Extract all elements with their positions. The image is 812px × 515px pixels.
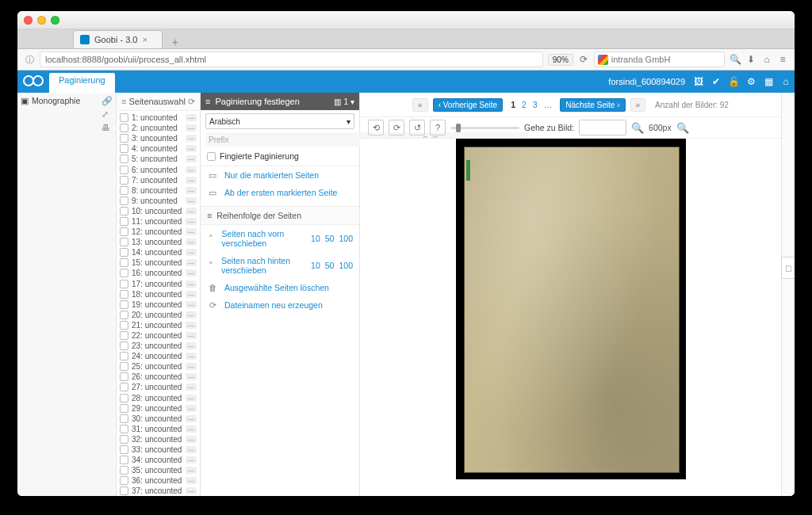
page-row[interactable]: 6: uncounted—: [120, 164, 197, 174]
page-row[interactable]: 23: uncounted—: [120, 341, 197, 351]
next-page-button[interactable]: Nächste Seite ›: [560, 98, 625, 112]
page-checkbox[interactable]: [120, 144, 128, 153]
page-checkbox[interactable]: [120, 456, 128, 464]
bookmark-tab[interactable]: ◻: [781, 257, 795, 279]
browser-tab[interactable]: Goobi - 3.0 ×: [73, 30, 163, 48]
search-field[interactable]: intranda GmbH: [594, 52, 725, 67]
unlock-icon[interactable]: 🔓: [725, 76, 742, 87]
page-checkbox[interactable]: [120, 404, 128, 413]
first-page-button[interactable]: «: [412, 98, 428, 112]
order-action[interactable]: ˄Seiten nach vorn verschieben1050100: [201, 225, 359, 252]
checkmark-icon[interactable]: ✔: [707, 76, 725, 87]
undo-button[interactable]: ↺: [409, 120, 425, 135]
page-row[interactable]: 28: uncounted—: [120, 393, 197, 403]
page-checkbox[interactable]: [120, 311, 128, 319]
step-link[interactable]: 50: [325, 261, 335, 270]
collapse-icon[interactable]: ▣: [21, 96, 29, 105]
page-row[interactable]: 36: uncounted—: [120, 475, 197, 486]
rotate-right-button[interactable]: ⟳: [389, 120, 404, 135]
order-action[interactable]: 🗑Ausgewählte Seiten löschen: [201, 279, 359, 296]
prev-page-button[interactable]: ‹ Vorherige Seite: [433, 98, 504, 112]
page-row[interactable]: 37: uncounted—: [120, 486, 197, 496]
page-checkbox[interactable]: [120, 207, 128, 216]
page-row[interactable]: 10: uncounted—: [120, 206, 197, 216]
step-link[interactable]: 100: [339, 234, 353, 243]
minimize-window-icon[interactable]: [37, 16, 46, 25]
zoom-in-icon[interactable]: 🔍: [676, 122, 689, 134]
page-row[interactable]: 24: uncounted—: [120, 351, 197, 361]
zoom-window-icon[interactable]: [51, 16, 59, 25]
page-row[interactable]: 16: uncounted—: [120, 268, 197, 278]
page-row[interactable]: 7: uncounted—: [120, 175, 197, 185]
page-row[interactable]: 4: uncounted—: [120, 143, 197, 154]
page-checkbox[interactable]: [120, 425, 128, 433]
page-row[interactable]: 35: uncounted—: [120, 465, 197, 475]
downloads-icon[interactable]: ⬇: [745, 54, 756, 65]
page-checkbox[interactable]: [120, 435, 128, 444]
page-checkbox[interactable]: [120, 134, 128, 143]
page-checkbox[interactable]: [120, 217, 128, 226]
new-tab-button[interactable]: +: [167, 36, 183, 48]
last-page-button[interactable]: »: [630, 98, 646, 112]
page-checkbox[interactable]: [120, 331, 128, 340]
page-checkbox[interactable]: [120, 414, 128, 423]
pager-number[interactable]: 3: [530, 98, 541, 111]
prefix-input[interactable]: [205, 132, 312, 147]
page-checkbox[interactable]: [120, 186, 128, 195]
page-row[interactable]: 9: uncounted—: [120, 196, 197, 206]
reload-icon[interactable]: ⟳: [578, 54, 589, 65]
page-row[interactable]: 18: uncounted—: [120, 289, 197, 299]
site-info-icon[interactable]: ⓘ: [24, 54, 35, 66]
page-row[interactable]: 17: uncounted—: [120, 279, 197, 289]
fictitious-checkbox[interactable]: Fingierte Paginierung: [207, 151, 353, 161]
page-row[interactable]: 30: uncounted—: [120, 414, 197, 424]
page-checkbox[interactable]: [120, 290, 128, 299]
page-checkbox[interactable]: [120, 113, 128, 122]
goto-input[interactable]: [579, 120, 626, 135]
page-checkbox[interactable]: [120, 383, 128, 391]
page-checkbox[interactable]: [120, 352, 128, 360]
page-row[interactable]: 8: uncounted—: [120, 185, 197, 196]
gear-icon[interactable]: ⚙: [742, 76, 760, 87]
pager-number[interactable]: 1: [508, 98, 519, 111]
menu-icon[interactable]: ≡: [207, 211, 212, 220]
order-action[interactable]: ⟳Dateinamen neu erzeugen: [201, 296, 359, 314]
menu-icon[interactable]: ≡: [777, 54, 788, 65]
pager-number[interactable]: 2: [519, 98, 530, 111]
page-checkbox[interactable]: [120, 196, 128, 205]
print-icon[interactable]: 🖶: [102, 123, 113, 132]
step-link[interactable]: 10: [311, 261, 320, 270]
home-icon[interactable]: ⌂: [777, 76, 795, 87]
numbering-type-select[interactable]: Arabisch ▾: [205, 113, 354, 129]
link-icon[interactable]: 🔗: [102, 96, 113, 106]
menu-icon[interactable]: ≡: [121, 97, 126, 106]
page-row[interactable]: 13: uncounted—: [120, 237, 197, 247]
order-action[interactable]: ˅Seiten nach hinten verschieben1050100: [201, 252, 359, 279]
page-row[interactable]: 1: uncounted—: [120, 113, 197, 123]
page-checkbox[interactable]: [120, 362, 128, 371]
page-row[interactable]: 25: uncounted—: [120, 361, 197, 372]
pagination-action[interactable]: ▭Ab der ersten markierten Seite: [201, 184, 359, 201]
url-field[interactable]: localhost:8888/goobi/uii/process_all.xht…: [40, 52, 543, 67]
page-checkbox[interactable]: [120, 372, 128, 381]
page-row[interactable]: 32: uncounted—: [120, 434, 197, 444]
page-checkbox[interactable]: [120, 445, 128, 454]
page-checkbox[interactable]: [120, 394, 128, 402]
page-row[interactable]: 27: uncounted—: [120, 382, 197, 392]
page-checkbox[interactable]: [120, 476, 128, 485]
tree-root[interactable]: ▣ Monographie: [21, 96, 113, 105]
page-checkbox[interactable]: [120, 238, 128, 246]
zoom-slider[interactable]: [450, 127, 519, 129]
menu-icon[interactable]: ≡: [205, 97, 210, 106]
page-row[interactable]: 20: uncounted—: [120, 310, 197, 320]
page-checkbox[interactable]: [120, 269, 128, 277]
scanned-page[interactable]: [456, 139, 686, 479]
page-checkbox[interactable]: [120, 124, 128, 132]
image-icon[interactable]: 🖼: [690, 76, 707, 87]
tab-paginierung[interactable]: Paginierung: [49, 73, 115, 95]
page-checkbox[interactable]: [120, 280, 128, 288]
page-row[interactable]: 31: uncounted—: [120, 424, 197, 434]
page-row[interactable]: 5: uncounted—: [120, 154, 197, 164]
page-row[interactable]: 19: uncounted—: [120, 299, 197, 310]
zoom-level[interactable]: 90%: [548, 54, 573, 66]
